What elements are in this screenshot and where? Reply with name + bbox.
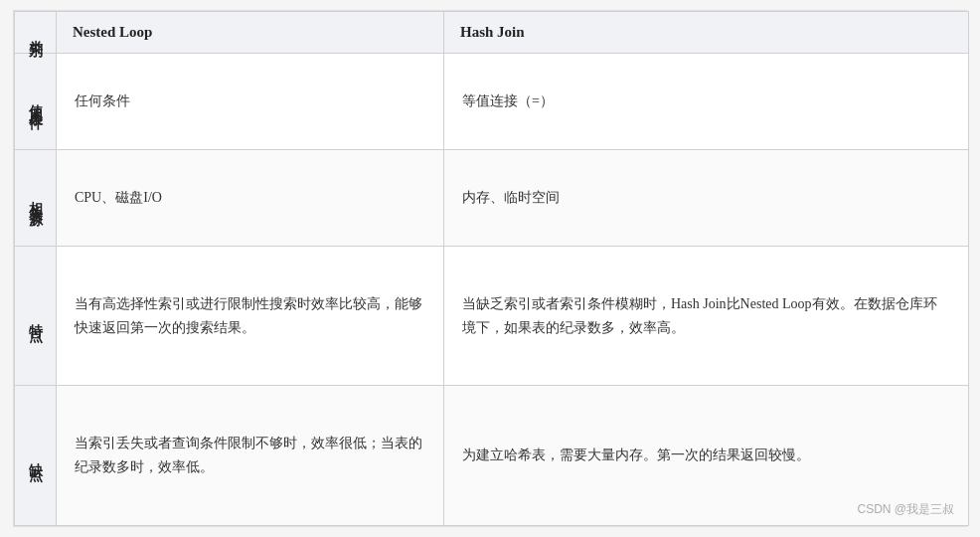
row-hash-2: 当缺乏索引或者索引条件模糊时，Hash Join比Nested Loop有效。在… (444, 246, 969, 386)
row-nested-1: CPU、磁盘I/O (57, 149, 444, 246)
table-row: 特点 当有高选择性索引或进行限制性搜索时效率比较高，能够快速返回第一次的搜索结果… (15, 246, 969, 386)
row-hash-1: 内存、临时空间 (444, 149, 969, 246)
row-category-0: 使用条件 (15, 54, 57, 150)
watermark: CSDN @我是三叔 (857, 501, 954, 518)
row-nested-2: 当有高选择性索引或进行限制性搜索时效率比较高，能够快速返回第一次的搜索结果。 (57, 246, 444, 386)
row-nested-0: 任何条件 (57, 54, 444, 150)
row-hash-0: 等值连接（=） (444, 54, 969, 150)
table-row: 缺点 当索引丢失或者查询条件限制不够时，效率很低；当表的纪录数多时，效率低。 为… (15, 386, 969, 526)
page-wrapper: 类别 Nested Loop Hash Join 使用条件 任何条件 等值连接（… (13, 10, 967, 527)
row-category-2: 特点 (15, 246, 57, 386)
table-row: 使用条件 任何条件 等值连接（=） (15, 54, 969, 150)
col-header-hash-join: Hash Join (444, 12, 969, 54)
header-row: 类别 Nested Loop Hash Join (15, 12, 969, 54)
row-nested-3: 当索引丢失或者查询条件限制不够时，效率很低；当表的纪录数多时，效率低。 (57, 386, 444, 526)
row-category-1: 相关资源 (15, 149, 57, 246)
table-row: 相关资源 CPU、磁盘I/O 内存、临时空间 (15, 149, 969, 246)
comparison-table: 类别 Nested Loop Hash Join 使用条件 任何条件 等值连接（… (14, 11, 969, 526)
col-header-category: 类别 (15, 12, 57, 54)
row-category-3: 缺点 (15, 386, 57, 526)
col-header-nested-loop: Nested Loop (57, 12, 444, 54)
